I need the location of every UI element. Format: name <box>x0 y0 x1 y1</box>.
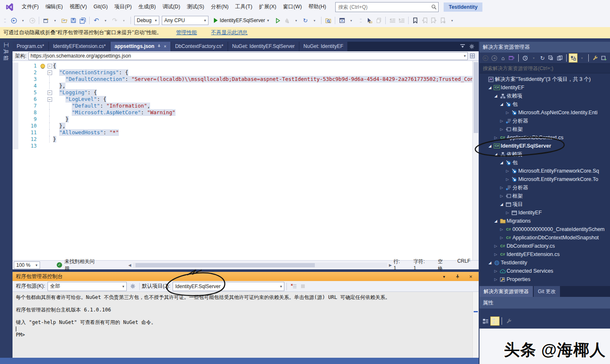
document-tab-IdentityEFExtension.cs-[interactable]: IdentityEFExtension.cs* <box>49 42 110 51</box>
tree-item-框架[interactable]: ▷框架 <box>479 192 610 200</box>
console-vertical-scrollbar[interactable] <box>472 292 479 358</box>
breakpoint-margin[interactable] <box>13 83 18 89</box>
breakpoint-margin[interactable] <box>13 63 18 69</box>
find-in-files-icon[interactable] <box>324 16 332 25</box>
doc-list-icon[interactable] <box>458 43 467 51</box>
tree-item-项目[interactable]: ◢项目 <box>479 200 610 208</box>
bookmark-icon[interactable] <box>411 16 419 25</box>
scrollbar-thumb[interactable] <box>136 263 315 267</box>
tree-item-Properties[interactable]: ▷Properties <box>479 275 610 284</box>
package-source-settings-icon[interactable] <box>128 282 137 291</box>
tree-item-00000000000000_CreateIdentitySchem[interactable]: ▷C#00000000000000_CreateIdentitySchem <box>479 225 610 233</box>
expanded-arrow-icon[interactable]: ◢ <box>499 202 505 206</box>
bookmark-next-icon[interactable] <box>429 16 438 25</box>
grip-icon[interactable]: ⁚⁚ <box>0 16 9 25</box>
breakpoint-margin[interactable] <box>13 103 18 109</box>
breakpoint-margin[interactable] <box>13 89 18 96</box>
pin-icon[interactable] <box>453 272 462 281</box>
tree-item-Connected-Services[interactable]: ▷Connected Services <box>479 267 610 275</box>
tree-item-依赖项[interactable]: ◢依赖项 <box>479 150 610 158</box>
scroll-right-icon[interactable]: ▶ <box>387 263 394 267</box>
tree-item-Migrations[interactable]: ◢Migrations <box>479 217 610 225</box>
fold-collapse-icon[interactable]: − <box>46 63 53 69</box>
indent-in-icon[interactable] <box>397 16 406 25</box>
tree-item-解决方案-TestIdentity-3-个项目-共-3-个-[interactable]: 解决方案"TestIdentity"(3 个项目，共 3 个) <box>479 75 610 83</box>
menu-item-帮助[interactable]: 帮助(H) <box>305 4 329 10</box>
close-icon[interactable]: × <box>467 272 475 281</box>
menu-item-生成[interactable]: 生成(B) <box>135 4 159 10</box>
tree-item-依赖项[interactable]: ◢依赖项 <box>479 92 610 100</box>
wrench-icon[interactable] <box>505 317 513 325</box>
save-all-icon[interactable] <box>78 16 87 25</box>
preview-icon[interactable] <box>556 54 564 62</box>
quick-actions-lightbulb-icon[interactable] <box>39 63 46 69</box>
tree-item-包[interactable]: ◢包 <box>479 158 610 167</box>
search-input[interactable] <box>337 4 431 10</box>
start-debugging-button[interactable]: IdentityEF.SqlServer ▾ <box>212 15 271 25</box>
tree-item-IdentityEF.SqlServer[interactable]: ◢C#IdentityEF.SqlServer <box>479 142 610 150</box>
chevron-down-icon[interactable]: ▾ <box>440 272 448 281</box>
tree-item-Microsoft.AspNetCore.Identity.Enti[interactable]: ▷Microsoft.AspNetCore.Identity.Enti <box>479 108 610 117</box>
collapsed-arrow-icon[interactable]: ▷ <box>505 110 510 115</box>
hot-reload-icon[interactable] <box>283 16 291 25</box>
tree-item-包[interactable]: ◢包 <box>479 100 610 108</box>
breakpoint-margin[interactable] <box>13 96 18 103</box>
document-tab-NuGet-IdentityEF.SqlServer[interactable]: NuGet: IdentityEF.SqlServer <box>228 42 299 51</box>
nav-back-icon[interactable] <box>10 16 18 25</box>
copy-icon[interactable] <box>374 16 383 25</box>
restart-icon[interactable]: ↻ <box>301 16 309 25</box>
collapsed-arrow-icon[interactable]: ▷ <box>493 277 499 281</box>
tree-item-分析器[interactable]: ▷i分析器 <box>479 183 610 192</box>
collapsed-arrow-icon[interactable]: ▷ <box>499 194 505 198</box>
tree-item-ApplicationDbContext.cs[interactable]: ▷C#ApplicationDbContext.cs <box>479 133 610 142</box>
tree-item-IdentityEF[interactable]: ▷IdentityEF <box>479 208 610 217</box>
stop-icon[interactable] <box>299 282 307 291</box>
collapsed-arrow-icon[interactable]: ▷ <box>499 119 505 123</box>
menu-item-Git[interactable]: Git(G) <box>90 4 111 10</box>
bookmark-prev-icon[interactable] <box>420 16 429 25</box>
collapsed-arrow-icon[interactable]: ▷ <box>493 269 499 273</box>
tree-item-分析器[interactable]: ▷i分析器 <box>479 117 610 125</box>
breakpoint-margin[interactable] <box>13 123 18 129</box>
collapsed-arrow-icon[interactable]: ▷ <box>499 127 505 131</box>
breakpoint-margin[interactable] <box>13 129 18 136</box>
fold-collapse-icon[interactable]: − <box>46 89 53 96</box>
collapsed-arrow-icon[interactable]: ▷ <box>493 244 499 248</box>
split-window-icon[interactable] <box>468 52 477 60</box>
collapsed-arrow-icon[interactable]: ▷ <box>499 186 505 190</box>
menu-item-测试[interactable]: 测试(S) <box>183 4 208 10</box>
expanded-arrow-icon[interactable]: ◢ <box>487 85 493 90</box>
fold-collapse-icon[interactable]: − <box>46 96 53 103</box>
collapse-all-icon[interactable] <box>547 54 555 62</box>
global-search-box[interactable] <box>335 2 439 12</box>
save-icon[interactable] <box>69 16 78 25</box>
nav-back-icon[interactable] <box>482 54 490 62</box>
document-tab-DbContextFactory.cs-[interactable]: DbContextFactory.cs* <box>171 42 228 51</box>
bookmark-clear-icon[interactable] <box>439 16 447 25</box>
document-tab-appsettings.json[interactable]: appsettings.json× <box>110 42 171 51</box>
tree-item-IdentityEF[interactable]: ◢C#IdentityEF <box>479 83 610 92</box>
chev-icon[interactable]: ▾ <box>120 16 128 25</box>
tree-item-Microsoft.EntityFrameworkCore.Sq[interactable]: ▷Microsoft.EntityFrameworkCore.Sq <box>479 167 610 175</box>
schema-url-dropdown[interactable]: https://json.schemastore.org/appsettings… <box>28 52 468 60</box>
expanded-arrow-icon[interactable]: ◢ <box>487 261 493 265</box>
menu-item-分析[interactable]: 分析(N) <box>208 4 232 10</box>
chev-icon[interactable]: ▾ <box>51 16 59 25</box>
tree-item-TestIdentity[interactable]: ◢TestIdentity <box>479 259 610 267</box>
toolbox-tab[interactable]: 工具箱 <box>2 43 9 62</box>
dismiss-message-link[interactable]: 不再显示此消息 <box>211 29 248 36</box>
tree-item-框架[interactable]: ▷框架 <box>479 125 610 133</box>
chev-icon[interactable]: ▾ <box>530 54 538 62</box>
menu-item-编辑[interactable]: 编辑(E) <box>42 4 66 10</box>
editor-horizontal-scrollbar[interactable]: ◀ ▶ <box>127 263 394 268</box>
breakpoint-margin[interactable] <box>13 143 18 149</box>
expanded-arrow-icon[interactable]: ◢ <box>487 144 493 148</box>
chev-icon[interactable]: ▾ <box>448 16 456 25</box>
expanded-arrow-icon[interactable]: ◢ <box>499 161 505 165</box>
breakpoint-margin[interactable] <box>13 76 18 83</box>
dots-icon[interactable]: ⁚⁚ <box>356 16 364 25</box>
menu-item-工具[interactable]: 工具(T) <box>232 4 256 10</box>
close-icon[interactable]: × <box>164 42 166 51</box>
collapsed-arrow-icon[interactable]: ▷ <box>505 177 510 181</box>
tree-item-ApplicationDbContextModelSnapshot[interactable]: ▷C#ApplicationDbContextModelSnapshot <box>479 233 610 242</box>
